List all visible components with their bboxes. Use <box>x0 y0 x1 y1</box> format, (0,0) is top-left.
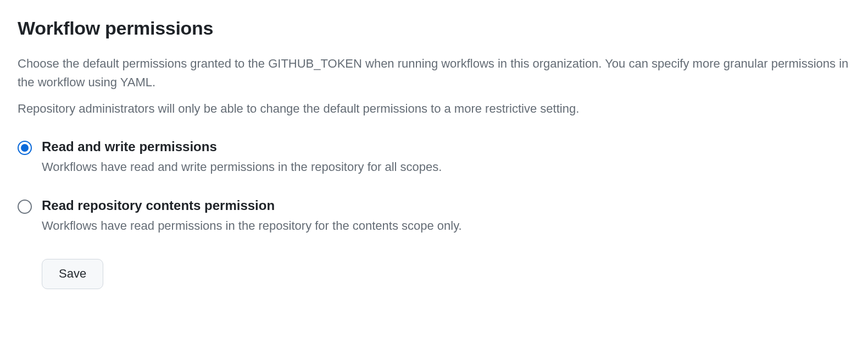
permissions-radio-group: Read and write permissions Workflows hav… <box>18 139 850 235</box>
section-description-1: Choose the default permissions granted t… <box>18 54 850 92</box>
radio-read-write[interactable] <box>18 141 32 155</box>
section-description-2: Repository administrators will only be a… <box>18 99 850 118</box>
radio-description-read-write: Workflows have read and write permission… <box>42 158 850 176</box>
save-button[interactable]: Save <box>42 259 103 289</box>
radio-dot-icon <box>21 144 29 152</box>
radio-label-read-write[interactable]: Read and write permissions <box>42 139 850 154</box>
radio-option-read-write: Read and write permissions Workflows hav… <box>18 139 850 176</box>
section-title: Workflow permissions <box>18 18 850 39</box>
radio-read-only[interactable] <box>18 200 32 214</box>
radio-option-read-only: Read repository contents permission Work… <box>18 198 850 235</box>
radio-description-read-only: Workflows have read permissions in the r… <box>42 217 850 235</box>
radio-label-read-only[interactable]: Read repository contents permission <box>42 198 850 213</box>
